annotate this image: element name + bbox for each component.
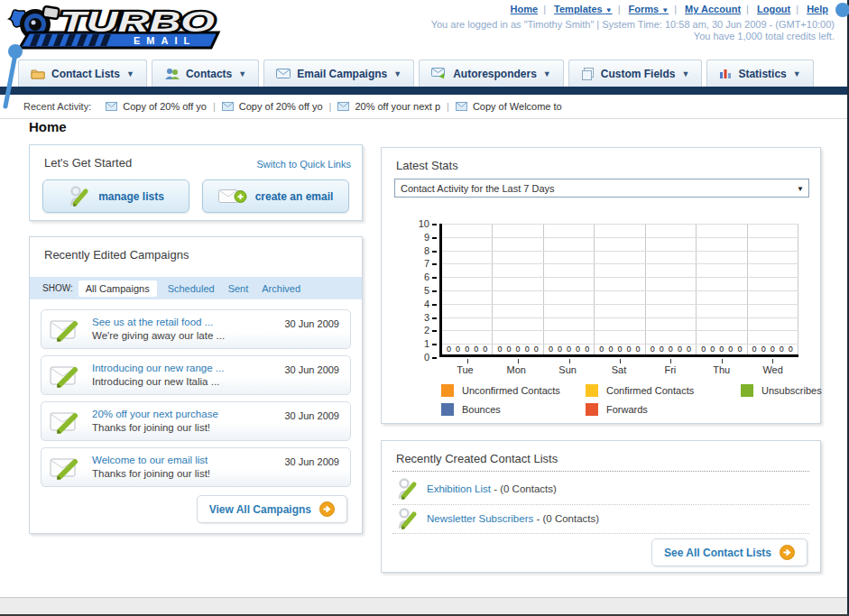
tab-contact-lists[interactable]: Contact Lists ▼ bbox=[18, 60, 147, 87]
value-label: 0 bbox=[669, 345, 673, 354]
x-tick bbox=[722, 359, 723, 363]
nav-separator: | bbox=[796, 4, 798, 14]
gridline bbox=[442, 251, 798, 252]
campaign-title-link[interactable]: Introducing our new range ... bbox=[92, 363, 224, 373]
activity-separator: | bbox=[447, 101, 449, 112]
envelope-icon bbox=[337, 102, 349, 111]
gridline bbox=[442, 224, 798, 225]
filter-archived[interactable]: Archived bbox=[262, 283, 300, 294]
contact-list-name-link[interactable]: Exhibition List bbox=[427, 483, 491, 494]
filter-scheduled[interactable]: Scheduled bbox=[168, 283, 215, 294]
filter-all-campaigns[interactable]: All Campaigns bbox=[78, 280, 157, 297]
value-label: 0 bbox=[576, 345, 580, 354]
gridline bbox=[442, 330, 798, 331]
legend-item: Bounces bbox=[441, 403, 586, 416]
switch-quick-links-link[interactable]: Switch to Quick Links bbox=[256, 159, 351, 170]
envelope-icon bbox=[456, 102, 467, 111]
x-tick bbox=[569, 359, 570, 363]
arrow-circle-icon bbox=[780, 545, 795, 560]
chart-day-group: 00000 bbox=[646, 224, 697, 354]
contact-list-item[interactable]: Newsletter Subscribers - (0 Contacts) bbox=[396, 507, 599, 530]
recently-edited-campaigns-panel: Recently Edited Campaigns SHOW: All Camp… bbox=[29, 236, 363, 534]
recent-activity-item[interactable]: Copy of 20% off yo bbox=[222, 101, 323, 112]
campaign-title-link[interactable]: 20% off your next purchase bbox=[92, 409, 218, 419]
envelope-arrow-icon bbox=[431, 68, 447, 79]
value-label: 0 bbox=[636, 345, 641, 354]
campaign-title-link[interactable]: See us at the retail food ... bbox=[92, 317, 225, 327]
see-all-contact-lists-button[interactable]: See All Contact Lists bbox=[651, 538, 807, 566]
value-label: 0 bbox=[752, 345, 757, 354]
value-label: 0 bbox=[447, 345, 451, 354]
filter-sent[interactable]: Sent bbox=[228, 283, 249, 294]
arrow-circle-icon bbox=[319, 501, 335, 517]
campaign-list-item[interactable]: 20% off your next purchase Thanks for jo… bbox=[41, 401, 351, 441]
envelope-plus-icon bbox=[218, 187, 247, 206]
legend-label: Forwards bbox=[606, 404, 648, 415]
chevron-down-icon: ▼ bbox=[797, 185, 804, 193]
nav-link-forms[interactable]: Forms ▼ bbox=[629, 4, 669, 14]
value-label: 0 bbox=[617, 345, 622, 354]
x-axis-label: Sat bbox=[594, 364, 645, 375]
nav-link-home[interactable]: Home bbox=[511, 4, 539, 14]
value-label: 0 bbox=[627, 345, 632, 354]
contact-list-name-link[interactable]: Newsletter Subscribers bbox=[427, 513, 533, 524]
legend-item: Unsubscribes bbox=[741, 384, 849, 397]
header-nav: Home| Templates ▼| Forms ▼| My Account| … bbox=[508, 4, 831, 14]
logo-word-turbo: TURBO bbox=[60, 5, 215, 38]
envelope-pencil-icon bbox=[50, 455, 86, 481]
dotted-divider bbox=[392, 471, 809, 472]
nav-link-logout[interactable]: Logout bbox=[757, 4, 790, 14]
stats-report-select[interactable]: Contact Activity for the Last 7 Days ▼ bbox=[394, 179, 809, 198]
manage-lists-button[interactable]: manage lists bbox=[42, 179, 189, 213]
value-label: 0 bbox=[465, 345, 469, 354]
value-label: 0 bbox=[678, 345, 682, 354]
latest-stats-panel: Latest Stats Contact Activity for the La… bbox=[381, 147, 821, 424]
recent-activity-item[interactable]: 20% off your next p bbox=[337, 101, 440, 112]
chart-y-axis: 109876543210 bbox=[403, 224, 437, 357]
folder-icon bbox=[31, 68, 45, 79]
campaign-subtitle: Thanks for joining our list! bbox=[92, 422, 218, 433]
tab-autoresponders[interactable]: Autoresponders ▼ bbox=[419, 60, 564, 87]
campaign-title-link[interactable]: Welcome to our email list bbox=[92, 455, 210, 465]
navy-divider-bar bbox=[0, 87, 849, 95]
recent-activity-item[interactable]: Copy of Welcome to bbox=[456, 101, 562, 112]
nav-link-templates[interactable]: Templates ▼ bbox=[554, 4, 613, 14]
nav-link-my-account[interactable]: My Account bbox=[685, 4, 741, 14]
value-label: 0 bbox=[660, 345, 664, 354]
value-label: 0 bbox=[651, 345, 655, 354]
turbo-email-logo[interactable]: EMAIL TURBO bbox=[7, 4, 226, 56]
show-label: SHOW: bbox=[42, 283, 73, 293]
chevron-down-icon: ▼ bbox=[681, 69, 689, 78]
chevron-down-icon: ▼ bbox=[605, 6, 613, 14]
value-label: 0 bbox=[719, 345, 724, 354]
tab-contacts[interactable]: Contacts ▼ bbox=[152, 60, 259, 87]
nav-separator: | bbox=[746, 4, 749, 14]
campaign-date: 30 Jun 2009 bbox=[284, 364, 339, 375]
recent-activity-item[interactable]: Copy of 20% off yo bbox=[106, 101, 207, 112]
footer-strip bbox=[0, 597, 849, 616]
nav-separator: | bbox=[543, 4, 546, 14]
view-all-campaigns-button[interactable]: View All Campaigns bbox=[197, 495, 347, 523]
x-axis-label: Tue bbox=[439, 364, 491, 375]
recent-activity-label: Recent Activity: bbox=[23, 101, 91, 112]
nav-link-help[interactable]: Help bbox=[807, 4, 828, 14]
campaign-list-item[interactable]: See us at the retail food ... We're givi… bbox=[41, 309, 351, 349]
value-label: 0 bbox=[497, 345, 502, 354]
recent-activity-bar: Recent Activity: Copy of 20% off yo | Co… bbox=[0, 95, 849, 119]
campaign-list-item[interactable]: Introducing our new range ... Introducin… bbox=[41, 355, 351, 395]
value-label: 0 bbox=[599, 345, 604, 354]
create-email-button[interactable]: create an email bbox=[202, 179, 349, 213]
tab-custom-fields[interactable]: Custom Fields ▼ bbox=[568, 60, 703, 87]
value-label: 0 bbox=[474, 345, 478, 354]
legend-swatch bbox=[741, 384, 753, 397]
value-label: 0 bbox=[516, 345, 521, 354]
main-nav-tabs: Contact Lists ▼ Contacts ▼ Email Campaig… bbox=[18, 60, 814, 87]
tab-label: Email Campaigns bbox=[297, 68, 387, 80]
tab-statistics[interactable]: Statistics ▼ bbox=[706, 60, 813, 87]
tab-email-campaigns[interactable]: Email Campaigns ▼ bbox=[263, 60, 414, 87]
legend-label: Unsubscribes bbox=[761, 385, 822, 396]
contact-list-item[interactable]: Exhibition List - (0 Contacts) bbox=[396, 477, 557, 501]
campaign-list-item[interactable]: Welcome to our email list Thanks for joi… bbox=[41, 447, 351, 487]
latest-stats-title: Latest Stats bbox=[396, 159, 458, 172]
activity-separator: | bbox=[213, 101, 216, 112]
